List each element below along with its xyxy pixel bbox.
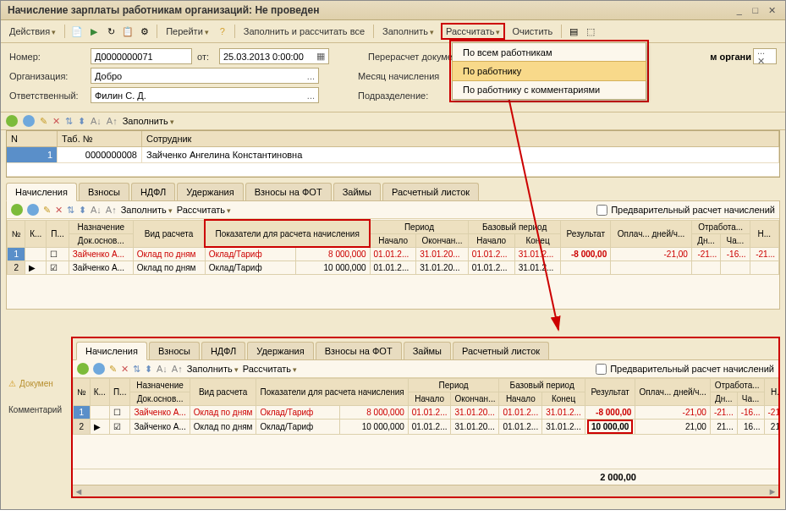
comment-label: Комментарий [8,405,72,414]
actions-menu[interactable]: Действия▾ [6,25,59,38]
left-hints: ⚠Докумен Комментарий [8,379,72,431]
month-label: Месяц начисления [358,71,439,81]
up2-icon[interactable]: ⇅ [67,205,74,216]
accruals-toolbar-2: ✎ ✕ ⇅ ⬍ A↓ A↑ Заполнить▾ Рассчитать▾ Пре… [73,360,778,378]
employee-row[interactable]: 1 0000000008 Зайченко Ангелина Константи… [7,147,779,163]
up-icon[interactable]: ⇅ [65,116,73,127]
fill-emp-menu[interactable]: Заполнить▾ [123,116,174,126]
delete3-icon[interactable]: ✕ [121,364,129,375]
org-right-input[interactable]: ... ✕ [753,48,777,64]
tab2-accruals[interactable]: Начисления [76,342,147,360]
col-n[interactable]: N [7,131,58,146]
date-input[interactable]: 25.03.2013 0:00:00▦ [219,48,329,64]
tab2-deduct[interactable]: Удержания [247,342,313,359]
sort-za-icon[interactable]: A↑ [107,116,118,126]
tab-payslip[interactable]: Расчетный листок [382,183,479,200]
pencil3-icon[interactable]: ✎ [109,364,117,375]
prelim2-checkbox[interactable] [596,364,607,375]
add3-icon[interactable] [77,363,89,375]
clear-button[interactable]: Очистить [508,25,556,38]
titlebar: Начисление зарплаты работникам организац… [1,1,785,20]
refresh-icon[interactable]: ↻ [104,25,118,38]
tab2-payslip[interactable]: Расчетный листок [453,342,549,359]
down-icon[interactable]: ⬍ [78,116,85,127]
calc-with-comments[interactable]: По работнику с комментариями [453,80,646,99]
sort-az-icon[interactable]: A↓ [91,116,102,126]
ok-icon[interactable]: ▶ [87,25,101,38]
goto-menu[interactable]: Перейти▾ [162,25,212,38]
down2-icon[interactable]: ⬍ [79,205,86,216]
tab-accruals[interactable]: Начисления [6,183,77,201]
accruals-toolbar: ✎ ✕ ⇅ ⬍ A↓ A↑ Заполнить▾ Рассчитать▾ Пре… [7,201,779,219]
copy-icon[interactable]: 📋 [121,25,135,38]
help-icon[interactable]: ? [216,25,229,38]
tab-loans[interactable]: Займы [333,183,381,200]
col-emp[interactable]: Сотрудник [142,131,779,146]
tab2-contrib[interactable]: Взносы [149,342,200,359]
pencil2-icon[interactable]: ✎ [43,205,51,216]
calc-one-employee[interactable]: По работнику [452,61,646,81]
fill3-menu[interactable]: Заполнить▾ [187,364,239,374]
tab2-fot[interactable]: Взносы на ФОТ [316,342,402,359]
accruals-grid-2[interactable]: № К... П... Назначение Вид расчета Показ… [73,378,778,435]
maximize-icon[interactable]: □ [749,5,762,15]
main-toolbar: Действия▾ 📄 ▶ ↻ 📋 ⚙ Перейти▾ ? Заполнить… [1,20,785,43]
scroll-left-icon[interactable]: ◄ [73,486,85,496]
tab2-ndfl[interactable]: НДФЛ [201,342,245,359]
grid2-total: 2 000,00 [73,469,778,485]
accruals-grid[interactable]: № К... П... Назначение Вид расчета Показ… [7,219,779,275]
minimize-icon[interactable]: _ [733,5,746,15]
settings-icon[interactable]: ⚙ [138,25,151,38]
up3-icon[interactable]: ⇅ [133,364,140,375]
az2-icon[interactable]: A↓ [91,205,102,215]
pencil-icon[interactable]: ✎ [40,116,47,127]
tab2-loans[interactable]: Займы [404,342,451,359]
grid-row[interactable]: 1☐Зайченко А...Оклад по днямОклад/Тариф8… [74,406,779,420]
prelim-label: Предварительный расчет начислений [611,205,775,215]
calc3-menu[interactable]: Рассчитать▾ [243,364,297,374]
post-icon[interactable]: 📄 [70,25,84,38]
list-icon[interactable]: ▤ [567,25,580,38]
sort-icon[interactable]: ⬚ [584,25,597,38]
col-tab[interactable]: Таб. № [58,131,142,146]
za3-icon[interactable]: A↑ [172,364,183,374]
grid-row[interactable]: 1☐Зайченко А...Оклад по днямОклад/Тариф8… [8,247,779,261]
recalc-label: Перерасчет докуме [368,52,453,62]
edit3-icon[interactable] [93,363,105,375]
prelim-checkbox[interactable] [596,205,607,216]
prelim2-label: Предварительный расчет начислений [610,364,774,374]
org-label: Организация: [9,71,85,81]
number-label: Номер: [9,52,85,62]
fill-calc-all-button[interactable]: Заполнить и рассчитать все [240,25,368,38]
org-input[interactable]: Добро... [91,68,319,84]
resp-input[interactable]: Филин С. Д.... [91,87,319,103]
tab-contrib[interactable]: Взносы [79,183,129,200]
h-scroller[interactable]: ◄ ► [73,485,778,496]
delete2-icon[interactable]: ✕ [55,205,63,216]
number-input[interactable]: Д0000000071 [91,48,192,64]
az3-icon[interactable]: A↓ [157,364,168,374]
down3-icon[interactable]: ⬍ [145,364,152,375]
delete-icon[interactable]: ✕ [52,116,60,127]
grid-row[interactable]: 2▶☑Зайченко А...Оклад по днямОклад/Тариф… [74,420,779,435]
accruals-panel: ✎ ✕ ⇅ ⬍ A↓ A↑ Заполнить▾ Рассчитать▾ Пре… [6,200,780,310]
tab-deduct[interactable]: Удержания [177,183,243,200]
fill2-menu[interactable]: Заполнить▾ [121,205,173,215]
edit-icon[interactable] [23,115,35,127]
edit-row-icon[interactable] [27,204,39,216]
fill-menu[interactable]: Заполнить▾ [379,25,437,38]
resp-label: Ответственный: [9,90,85,101]
close-icon[interactable]: ✕ [765,5,778,16]
scroll-right-icon[interactable]: ► [767,486,778,496]
tab-ndfl[interactable]: НДФЛ [131,183,175,200]
add-row-icon[interactable] [11,204,23,216]
za2-icon[interactable]: A↑ [106,205,117,215]
calculate-menu[interactable]: Рассчитать▾ [441,23,505,40]
calc2-menu[interactable]: Рассчитать▾ [177,205,231,215]
grid-row[interactable]: 2▶☑Зайченко А...Оклад по днямОклад/Тариф… [8,261,779,275]
form-header: Номер: Д0000000071 от: 25.03.2013 0:00:0… [1,43,785,112]
calc-all-employees[interactable]: По всем работникам [453,43,646,62]
tab-fot[interactable]: Взносы на ФОТ [245,183,332,200]
add-icon[interactable] [6,115,18,127]
window-title: Начисление зарплаты работникам организац… [8,4,319,16]
